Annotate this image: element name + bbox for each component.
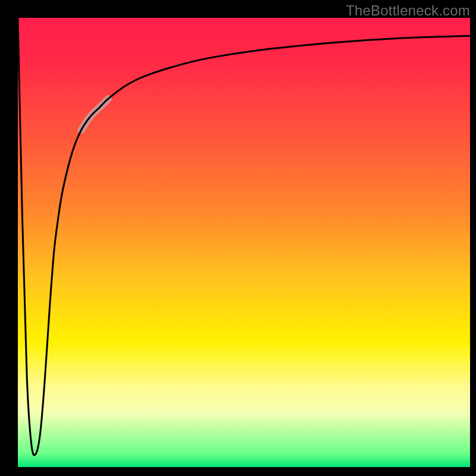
plot-area (18, 18, 470, 467)
curve-layer (18, 18, 470, 467)
watermark-text: TheBottleneck.com (346, 2, 470, 19)
chart-frame: TheBottleneck.com (0, 0, 476, 476)
bottleneck-curve (18, 18, 470, 455)
